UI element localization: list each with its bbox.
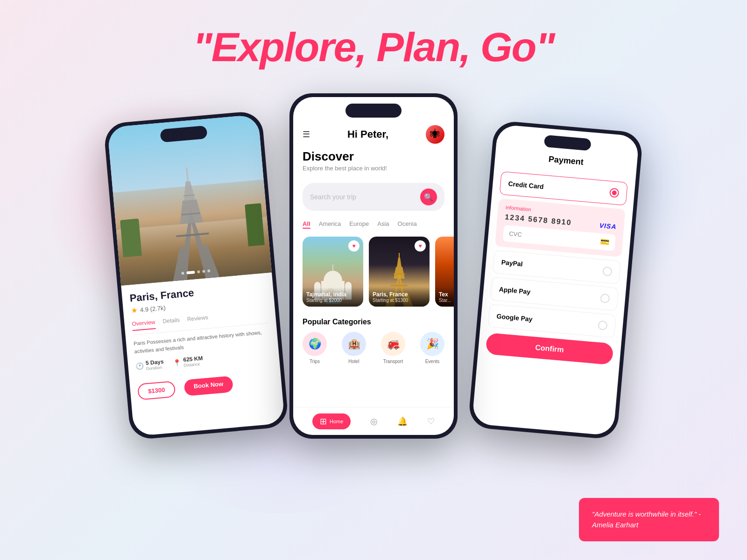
phone-center-screen: ☰ Hi Peter, 🕷 Discover Explore the best … [293, 97, 454, 435]
nav-bell[interactable]: 🔔 [397, 416, 408, 427]
trips-label: Trips [310, 359, 320, 364]
tajmahal-card[interactable]: ♥ Tajmahal, india Starting at $2000 [303, 237, 363, 307]
phone-left-screen: ← [107, 114, 285, 436]
user-avatar[interactable]: 🕷 [426, 125, 444, 144]
cat-trips[interactable]: 🌍 Trips [303, 332, 327, 364]
nav-compass[interactable]: ◎ [370, 416, 378, 427]
rating-value: 4.9 (2.7k) [140, 304, 166, 314]
filter-asia[interactable]: Asia [377, 220, 389, 227]
phone-center: ☰ Hi Peter, 🕷 Discover Explore the best … [289, 93, 458, 439]
phone-left: ← [103, 110, 289, 440]
nav-home[interactable]: ⊞ Home [312, 413, 351, 429]
star-icon: ★ [130, 306, 138, 315]
dot-1 [181, 272, 184, 275]
phone-right: Payment Credit Card information 1234 567… [468, 120, 643, 440]
phone-right-screen: Payment Credit Card information 1234 567… [472, 124, 640, 436]
events-circle: 🎉 [420, 332, 444, 356]
location-icon: 📍 [173, 359, 181, 367]
book-button[interactable]: Book Now [184, 376, 233, 396]
dot-4 [202, 270, 205, 273]
confirm-button[interactable]: Confirm [486, 333, 614, 365]
google-pay-radio[interactable] [598, 320, 608, 330]
popular-title: Popular Categories [303, 318, 444, 326]
main-title: "Explore, Plan, Go" [0, 23, 747, 71]
bottom-nav: ⊞ Home ◎ 🔔 ♡ [293, 407, 454, 435]
cat-transport[interactable]: 🚒 Transport [381, 332, 405, 364]
credit-card-radio[interactable] [609, 188, 620, 198]
discover-section: Discover Explore the best place in world… [293, 149, 454, 177]
duration-label: Duration [146, 365, 164, 371]
tree-left [120, 218, 142, 257]
quote-text: "Adventure is worthwhile in itself." - A… [592, 510, 701, 529]
search-button[interactable]: 🔍 [420, 189, 437, 205]
hotel-label: Hotel [348, 359, 359, 364]
filter-tabs: All America Europe Asia Ocenia [293, 217, 454, 231]
avatar-emoji: 🕷 [430, 128, 440, 140]
tajmahal-overlay: Tajmahal, india Starting at $2000 [303, 287, 363, 307]
texas-price: Star... [439, 298, 454, 303]
events-label: Events [425, 359, 440, 364]
nav-home-label: Home [330, 419, 343, 424]
google-pay-label: Google Pay [496, 312, 533, 323]
nav-heart[interactable]: ♡ [427, 416, 435, 427]
apple-pay-label: Apple Pay [499, 286, 531, 296]
paris-card[interactable]: ♥ Paris, France Starting at $1300 [369, 237, 430, 307]
bell-icon: 🔔 [397, 416, 408, 427]
filter-ocenia[interactable]: Ocenia [398, 220, 417, 227]
filter-america[interactable]: America [319, 220, 341, 227]
svg-line-3 [187, 168, 188, 182]
dot-3 [197, 270, 200, 273]
phones-wrapper: ← [117, 79, 630, 499]
meta-duration: 🕐 5 Days Duration [135, 358, 164, 372]
filter-all[interactable]: All [303, 220, 310, 227]
clock-icon: 🕐 [135, 362, 144, 370]
price-button[interactable]: $1300 [137, 381, 176, 400]
transport-label: Transport [383, 359, 403, 364]
svg-marker-17 [397, 258, 402, 267]
tajmahal-name: Tajmahal, india [306, 291, 359, 298]
paypal-radio[interactable] [602, 266, 613, 277]
tajmahal-heart[interactable]: ♥ [348, 240, 359, 252]
search-bar[interactable]: Search your trip 🔍 [303, 183, 444, 211]
filter-europe[interactable]: Europe [349, 220, 369, 227]
apple-pay-radio[interactable] [600, 294, 610, 304]
meta-distance: 📍 625 KM Distance [173, 355, 204, 368]
discover-title: Discover [303, 149, 444, 164]
greeting-text: Hi Peter, [347, 128, 388, 140]
radio-inner-selected [612, 190, 617, 196]
paris-hero-image: ← [107, 114, 272, 286]
trips-circle: 🌍 [303, 332, 327, 356]
card-icon: 💳 [600, 237, 610, 247]
tajmahal-price: Starting at $2000 [306, 298, 359, 303]
svg-marker-1 [178, 199, 203, 224]
visa-logo: VISA [599, 222, 617, 231]
paris-overlay: Paris, France Starting at $1300 [369, 287, 430, 307]
heart-nav-icon: ♡ [427, 416, 435, 427]
card-details: information 1234 5678 8910 VISA CVC 💳 [495, 198, 626, 257]
payment-header: Payment [494, 124, 640, 179]
home-icon: ⊞ [320, 416, 327, 427]
tree-right [245, 203, 265, 246]
texas-card[interactable]: Tex Star... [435, 237, 454, 307]
paris-heart[interactable]: ♥ [415, 240, 426, 252]
tab-reviews[interactable]: Reviews [187, 314, 209, 326]
search-placeholder: Search your trip [310, 193, 416, 201]
paypal-label: PayPal [501, 259, 523, 268]
discover-subtitle: Explore the best place in world! [303, 165, 444, 172]
hamburger-icon[interactable]: ☰ [303, 129, 310, 140]
texas-overlay: Tex Star... [435, 287, 454, 307]
dot-5 [207, 269, 211, 273]
distance-label: Distance [183, 361, 204, 368]
cat-events[interactable]: 🎉 Events [420, 332, 444, 364]
credit-card-label: Credit Card [508, 180, 544, 190]
svg-line-4 [176, 233, 209, 236]
category-icons: 🌍 Trips 🏨 Hotel 🚒 Transport 🎉 Events [303, 326, 444, 370]
tab-details[interactable]: Details [162, 316, 180, 328]
cat-hotel[interactable]: 🏨 Hotel [342, 332, 366, 364]
tab-overview[interactable]: Overview [132, 319, 156, 331]
quote-box: "Adventure is worthwhile in itself." - A… [579, 498, 719, 541]
texas-name: Tex [439, 291, 454, 298]
paris-info-section: Paris, France ★ 4.9 (2.7k) Overview Deta… [121, 273, 282, 408]
cvc-placeholder: CVC [509, 230, 522, 238]
compass-icon: ◎ [370, 416, 378, 427]
